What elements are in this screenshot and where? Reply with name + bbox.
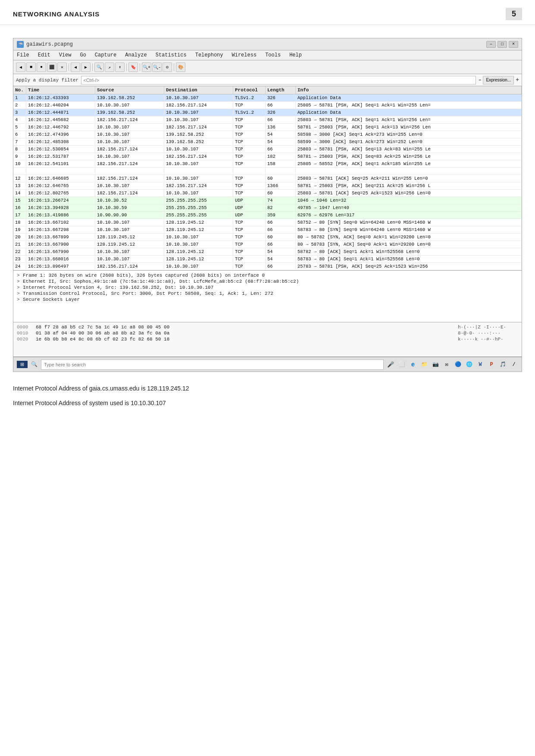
toolbar-btn-search[interactable]: 🔍 [94, 62, 104, 72]
taskbar-icon-mail[interactable]: ✉ [442, 360, 451, 369]
table-row[interactable]: 416:26:12.445682182.156.217.12410.10.30.… [13, 116, 522, 124]
hex-row: 000068 f7 28 a8 b5 c2 7c 5a 1c 49 1c a8 … [17, 324, 518, 330]
table-row[interactable]: 816:26:12.530854182.156.217.12410.10.30.… [13, 146, 522, 153]
table-row[interactable]: 1216:26:12.646685182.156.217.12410.10.30… [13, 175, 522, 182]
arrow-icon: ➡ [479, 78, 481, 83]
col-protocol: Protocol [233, 86, 266, 94]
toolbar-btn-7[interactable]: ▶ [81, 62, 91, 72]
taskbar-icon-powerpoint[interactable]: P [487, 360, 496, 369]
toolbar-btn-4[interactable]: ⬛ [47, 62, 56, 72]
table-row[interactable]: 216:26:12.44020410.10.30.107182.156.217.… [13, 102, 522, 109]
menu-item-view[interactable]: View [57, 52, 73, 59]
packet-detail: >Frame 1: 326 bytes on wire (2608 bits),… [13, 271, 522, 322]
table-row[interactable]: 1816:26:13.66710210.10.30.107128.119.245… [13, 219, 522, 226]
packet-cell-4: TCP [233, 226, 266, 233]
table-row[interactable]: 2416:26:13.896497182.156.217.12410.10.30… [13, 263, 522, 270]
table-row[interactable]: 1516:26:13.26672410.10.30.52255.255.255.… [13, 197, 522, 204]
menu-item-statistics[interactable]: Statistics [154, 52, 188, 59]
table-row[interactable]: 316:26:12.444871139.162.58.25210.10.30.1… [13, 109, 522, 116]
table-row[interactable]: 516:26:12.44679210.10.30.107182.156.217.… [13, 124, 522, 131]
packet-cell-4: TCP [233, 234, 266, 241]
detail-row[interactable]: >Ethernet II, Src: Sophos_49:1c:a8 (7c:5… [17, 278, 518, 284]
menu-item-analyze[interactable]: Analyze [123, 52, 148, 59]
toolbar-btn-9[interactable]: ⬆ [115, 62, 125, 72]
packet-cell-6: 58552 → 25805 [ACK] Seq=185 Ack=105 Win=… [296, 168, 522, 175]
table-row[interactable]: 716:26:12.48530810.10.30.107139.162.58.2… [13, 138, 522, 146]
table-row[interactable]: 1916:26:13.66729810.10.30.107128.119.245… [13, 226, 522, 234]
minimize-button[interactable]: – [486, 41, 496, 48]
table-row[interactable]: 2216:26:13.66799010.10.30.107128.119.245… [13, 248, 522, 256]
menu-item-tools[interactable]: Tools [263, 52, 282, 59]
toolbar-btn-2[interactable]: ■ [26, 62, 36, 72]
menu-item-capture[interactable]: Capture [93, 52, 118, 59]
packet-cell-1: 16:26:12.582051 [26, 168, 95, 175]
detail-row[interactable]: >Transmission Control Protocol, Src Port… [17, 291, 518, 297]
titlebar-controls[interactable]: – □ × [486, 41, 518, 48]
toolbar-btn-5[interactable]: ✕ [57, 62, 67, 72]
add-filter-button[interactable]: + [516, 77, 519, 83]
table-row[interactable]: 116:26:12.433393139.162.58.25210.10.30.1… [13, 94, 522, 102]
maximize-button[interactable]: □ [497, 41, 507, 48]
packet-cell-3: 255.255.255.255 [164, 204, 233, 211]
taskbar-icon-chrome[interactable]: 🌐 [465, 360, 473, 369]
table-row[interactable]: 1016:26:12.541101182.156.217.12410.10.30… [13, 160, 522, 168]
taskbar-icon-explorer[interactable]: 📁 [420, 360, 429, 369]
hex-ascii: k·····k ··#··hP· [458, 337, 518, 342]
table-row[interactable]: 2016:26:13.667899128.119.245.1210.10.30.… [13, 234, 522, 241]
toolbar-btn-colorize[interactable]: 🎨 [176, 62, 185, 72]
packet-cell-2: 10.10.30.107 [95, 138, 164, 145]
taskbar-icon-music[interactable]: 🎵 [498, 360, 507, 369]
table-row[interactable]: 916:26:12.53178710.10.30.107182.156.217.… [13, 153, 522, 160]
menu-item-help[interactable]: Help [288, 52, 303, 59]
detail-row[interactable]: >Secure Sockets Layer [17, 297, 518, 303]
menu-item-telephony[interactable]: Telephony [194, 52, 225, 59]
table-row[interactable]: 1716:26:13.41988610.90.90.90255.255.255.… [13, 212, 522, 219]
table-row[interactable]: 1616:26:13.39492810.10.30.59255.255.255.… [13, 204, 522, 212]
toolbar-btn-zoom-reset[interactable]: ⊙ [163, 62, 172, 72]
menu-item-edit[interactable]: Edit [36, 52, 52, 59]
taskbar-icon-camera[interactable]: 📷 [431, 360, 440, 369]
detail-row[interactable]: >Frame 1: 326 bytes on wire (2608 bits),… [17, 272, 518, 278]
close-button[interactable]: × [509, 41, 518, 48]
toolbar-btn-10[interactable]: 🔖 [128, 62, 138, 72]
expression-button[interactable]: Expression... [483, 76, 514, 84]
packet-cell-4: UDP [233, 212, 266, 219]
menu-item-go[interactable]: Go [78, 52, 88, 59]
toolbar-btn-1[interactable]: ◀ [16, 62, 25, 72]
table-row[interactable]: 1416:26:12.802765182.156.217.12410.10.30… [13, 190, 522, 197]
packet-cell-0: 15 [13, 197, 26, 204]
taskbar-icon-blue[interactable]: 🔵 [454, 360, 462, 369]
packet-cell-3: 128.119.245.12 [164, 226, 233, 233]
table-row[interactable]: 1316:26:12.64676510.10.30.107182.156.217… [13, 182, 522, 190]
menu-item-wireless[interactable]: Wireless [230, 52, 259, 59]
taskbar-icon-taskview[interactable]: ⬜ [397, 360, 406, 369]
toolbar-btn-zoom-out[interactable]: 🔍- [152, 62, 162, 72]
packet-cell-4: TCP [233, 168, 266, 175]
taskbar-icon-edge[interactable]: e [409, 360, 417, 369]
toolbar-btn-8[interactable]: ↗ [105, 62, 114, 72]
packet-cell-5: 136 [266, 124, 296, 131]
packet-cell-4: TCP [233, 153, 266, 160]
detail-text: Internet Protocol Version 4, Src: 139.16… [23, 285, 213, 290]
packet-cell-2: 182.156.217.124 [95, 146, 164, 153]
packet-cell-4: TCP [233, 116, 266, 123]
toolbar-btn-6[interactable]: ◀ [71, 62, 80, 72]
table-row[interactable]: 1116:26:12.58205110.10.30.107182.156.217… [13, 168, 522, 175]
packet-cell-5: 54 [266, 256, 296, 262]
taskbar-search[interactable] [41, 359, 384, 370]
packet-cell-1: 16:26:12.531787 [26, 153, 95, 160]
packet-cell-6: 25783 → 58781 [PSH, ACK] Seq=25 Ack=1523… [296, 263, 522, 270]
menu-item-file[interactable]: File [15, 52, 31, 59]
start-button[interactable]: ⊞ [17, 361, 28, 368]
taskbar-icon-slash[interactable]: / [510, 360, 518, 369]
table-row[interactable]: 616:26:12.47439610.10.30.107139.162.58.2… [13, 131, 522, 138]
detail-row[interactable]: >Internet Protocol Version 4, Src: 139.1… [17, 284, 518, 291]
toolbar-btn-3[interactable]: ● [37, 62, 46, 72]
toolbar-btn-zoom-in[interactable]: 🔍+ [142, 62, 151, 72]
packet-cell-6: 1046 → 1046 Len=32 [296, 197, 522, 204]
taskbar-icon-word[interactable]: W [476, 360, 485, 369]
table-row[interactable]: 2116:26:13.667900128.119.245.1210.10.30.… [13, 241, 522, 248]
filter-input[interactable] [81, 76, 476, 84]
packet-cell-3: 10.10.30.107 [164, 160, 233, 167]
table-row[interactable]: 2316:26:13.66801610.10.30.107128.119.245… [13, 256, 522, 263]
